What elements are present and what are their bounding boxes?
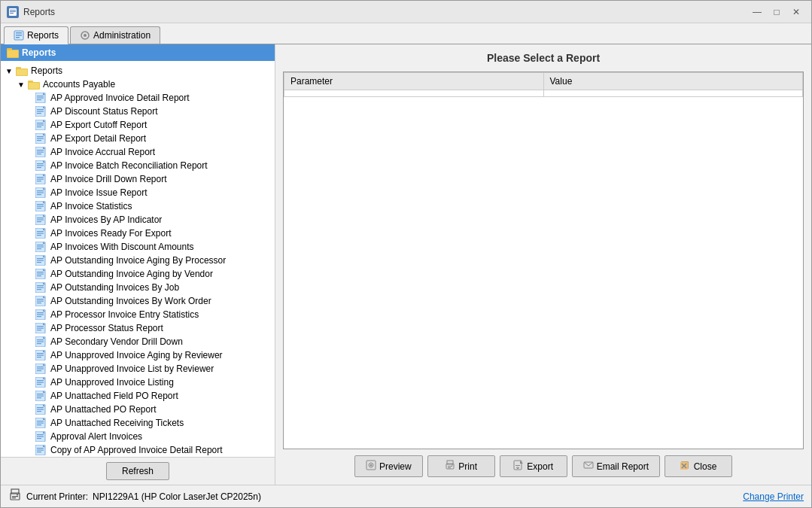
svg-rect-1 [10,10,16,11]
svg-rect-42 [37,167,41,168]
svg-rect-36 [37,150,44,151]
tree-item-0[interactable]: AP Approved Invoice Detail Report [1,91,275,105]
svg-rect-3 [10,13,14,14]
report-icon-5 [35,160,47,171]
admin-tab-icon [80,30,90,41]
svg-point-148 [17,494,18,496]
tree-item-4[interactable]: AP Invoice Accrual Report [1,145,275,159]
export-button[interactable]: Export [500,455,567,477]
minimize-button[interactable]: — [748,5,766,20]
svg-rect-50 [37,194,41,195]
svg-rect-109 [37,396,44,397]
svg-rect-73 [37,274,44,275]
tree-ap-label: Accounts Payable [43,79,115,90]
svg-rect-89 [37,328,44,329]
params-table: Parameter Value [284,72,803,97]
svg-rect-12 [8,50,18,57]
tree-item-17[interactable]: AP Processor Status Report [1,321,275,335]
close-button[interactable]: ✕ [787,5,805,20]
tree-item-24[interactable]: AP Unattached Receiving Tickets [1,416,275,430]
tree-accounts-payable[interactable]: ▼ Accounts Payable [1,78,275,91]
tree-item-6[interactable]: AP Invoice Drill Down Report [1,172,275,186]
tree-item-5[interactable]: AP Invoice Batch Reconciliation Report [1,159,275,172]
expand-icon-reports: ▼ [4,65,14,76]
tree-item-15[interactable]: AP Outstanding Invoices By Work Order [1,294,275,308]
svg-rect-60 [37,231,44,232]
tree-item-20[interactable]: AP Unapproved Invoice List by Reviewer [1,362,275,376]
svg-rect-21 [37,98,44,99]
change-printer-link[interactable]: Change Printer [743,491,804,502]
svg-rect-112 [37,407,44,408]
svg-rect-64 [37,245,44,245]
svg-rect-110 [37,397,41,398]
folder-icon-reports [16,66,28,75]
tree-item-2[interactable]: AP Export Cutoff Report [1,118,275,132]
print-button[interactable]: Print [427,455,495,477]
tree-item-13[interactable]: AP Outstanding Invoice Aging by Vendor [1,267,275,281]
tree-item-7[interactable]: AP Invoice Issue Report [1,186,275,199]
tree-item-12[interactable]: AP Outstanding Invoice Aging By Processo… [1,254,275,267]
tree-item-21[interactable]: AP Unapproved Invoice Listing [1,376,275,389]
svg-rect-2 [10,11,16,12]
table-row [284,90,803,97]
svg-rect-20 [37,96,44,96]
svg-rect-78 [37,289,41,290]
report-icon-25 [35,431,47,442]
svg-rect-76 [37,285,44,286]
report-icon-4 [35,147,47,157]
tree-item-14[interactable]: AP Outstanding Invoices By Job [1,281,275,294]
report-icon-26 [35,445,47,455]
tree-item-label-17: AP Processor Status Report [50,323,163,333]
email-report-button[interactable]: Email Report [572,455,660,477]
report-icon-13 [35,269,47,279]
svg-rect-52 [37,204,44,205]
window-title: Reports [23,7,55,17]
svg-rect-38 [37,154,41,154]
svg-rect-121 [37,437,44,437]
svg-rect-124 [37,448,44,449]
printer-name: NPI1229A1 (HP Color LaserJet CP2025n) [93,491,261,502]
tree-item-9[interactable]: AP Invoices By AP Indicator [1,213,275,227]
report-icon-20 [35,364,47,374]
svg-rect-146 [12,496,18,497]
svg-rect-24 [37,109,44,110]
tree-container[interactable]: ▼ Reports ▼ [1,61,275,457]
svg-rect-80 [37,299,44,300]
tree-item-22[interactable]: AP Unattached Field PO Report [1,389,275,403]
tree-root-reports[interactable]: ▼ Reports [1,64,275,78]
printer-label: Current Printer: [26,491,88,502]
tree-item-10[interactable]: AP Invoices Ready For Export [1,227,275,240]
maximize-button[interactable]: □ [768,5,786,20]
action-buttons: Preview Print [283,455,804,477]
svg-rect-97 [37,355,44,356]
export-label: Export [527,461,553,472]
tree-item-18[interactable]: AP Secondary Vendor Drill Down [1,335,275,348]
title-bar-left: Reports [7,6,55,18]
tree-item-label-10: AP Invoices Ready For Export [50,228,172,239]
tree-item-8[interactable]: AP Invoice Statistics [1,199,275,213]
report-icon-8 [35,201,47,211]
tree-item-25[interactable]: Approval Alert Invoices [1,430,275,443]
col-parameter: Parameter [284,73,544,90]
tree-item-19[interactable]: AP Unapproved Invoice Aging by Reviewer [1,348,275,362]
tree-item-1[interactable]: AP Discount Status Report [1,105,275,118]
tree-item-23[interactable]: AP Unattached PO Report [1,403,275,416]
preview-button[interactable]: Preview [354,455,423,477]
svg-rect-65 [37,247,44,248]
tree-item-label-15: AP Outstanding Invoices By Work Order [50,296,211,306]
svg-rect-88 [37,326,44,327]
svg-point-138 [452,464,454,466]
close-button[interactable]: Close [665,455,732,477]
tree-item-3[interactable]: AP Export Detail Report [1,132,275,145]
tree-item-16[interactable]: AP Processor Invoice Entry Statistics [1,308,275,321]
svg-rect-82 [37,303,41,303]
tab-reports[interactable]: Reports [4,26,68,44]
tree-item-26[interactable]: Copy of AP Approved Invoice Detail Repor… [1,443,275,457]
report-icon-18 [35,336,47,347]
email-report-label: Email Report [597,461,649,472]
refresh-button[interactable]: Refresh [106,462,169,480]
tree-item-label-1: AP Discount Status Report [50,106,158,117]
tab-administration[interactable]: Administration [70,26,160,44]
tree-item-11[interactable]: AP Invoices With Discount Amounts [1,240,275,254]
svg-rect-92 [37,339,44,340]
